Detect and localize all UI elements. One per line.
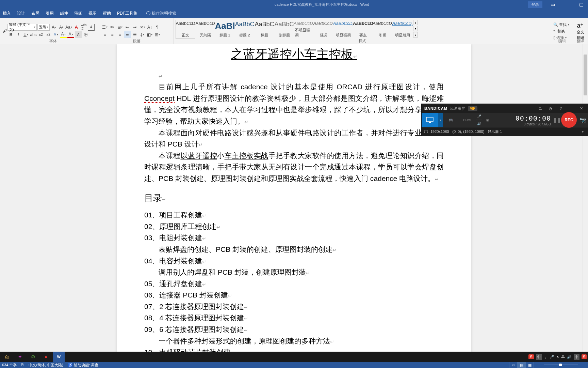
- multilevel-icon[interactable]: ⊟▾: [116, 24, 123, 31]
- expand-icon[interactable]: ▾: [580, 130, 585, 134]
- grow-font-icon[interactable]: A▴: [50, 24, 57, 31]
- shrink-font-icon[interactable]: A▾: [58, 24, 65, 31]
- tab-help[interactable]: 帮助: [103, 11, 111, 16]
- change-case-icon[interactable]: Aa▾: [65, 24, 72, 31]
- task-record[interactable]: ●: [40, 352, 52, 362]
- accessibility-status[interactable]: ♿ 辅助功能: 调查: [68, 363, 98, 368]
- login-button[interactable]: 登录: [528, 1, 542, 8]
- style-heading1[interactable]: AaBl标题 1: [215, 20, 235, 39]
- task-word[interactable]: W: [53, 352, 65, 362]
- timer-icon[interactable]: ◔: [547, 106, 554, 111]
- style-intense-quote[interactable]: AaBbCcD,明显引用: [393, 20, 412, 39]
- find-button[interactable]: 🔍查找▾: [553, 22, 571, 28]
- folder-icon[interactable]: 🗀: [537, 106, 544, 110]
- decrease-indent-icon[interactable]: ⇤: [124, 24, 131, 31]
- screen-mode-icon[interactable]: [422, 113, 438, 127]
- styles-expand[interactable]: ▴▾⊽: [413, 20, 418, 37]
- screen-mode-dropdown[interactable]: ▾: [438, 113, 443, 127]
- game-mode-icon[interactable]: 🎮: [443, 113, 459, 127]
- bandicam-window[interactable]: BANDICAM 班迪录屏 VIP 🗀 ◔ ? — ✕ ▾ 🎮 HDMI 🎤 🔊…: [421, 104, 588, 136]
- align-center-icon[interactable]: ≡: [109, 31, 116, 38]
- border-char-icon[interactable]: A: [88, 24, 95, 31]
- tell-me-search[interactable]: 操作说明搜索: [146, 11, 176, 16]
- word-count[interactable]: 634 个字: [2, 363, 17, 368]
- sort-icon[interactable]: A↓: [146, 24, 153, 31]
- document-canvas[interactable]: 之蓝牙遥控小车主控板↵ ↵ 目前网上几乎所有讲解 cadence 设计的基本是使…: [0, 44, 588, 362]
- zoom-slider[interactable]: [544, 365, 578, 365]
- record-button[interactable]: REC: [561, 112, 577, 128]
- tab-view[interactable]: 视图: [88, 11, 97, 16]
- show-marks-icon[interactable]: ¶: [154, 24, 161, 31]
- replace-button[interactable]: ᵃᵇ替换: [553, 28, 571, 34]
- subscript-button[interactable]: x2: [37, 31, 44, 38]
- language-status[interactable]: 中文(简体, 中国大陆): [29, 363, 63, 368]
- style-nospacing[interactable]: AaBbCcD无间隔: [195, 20, 215, 39]
- tab-layout[interactable]: 布局: [31, 11, 39, 16]
- style-emphasis[interactable]: AaBbCcD,强调: [314, 20, 333, 39]
- distribute-icon[interactable]: ☰: [131, 31, 138, 38]
- style-strong[interactable]: AaBbCcD要点: [353, 20, 373, 39]
- vertical-scrollbar[interactable]: [583, 44, 588, 352]
- font-size-combo[interactable]: 五号▾: [37, 24, 50, 31]
- bandicam-titlebar[interactable]: BANDICAM 班迪录屏 VIP 🗀 ◔ ? — ✕: [422, 104, 588, 113]
- print-layout-icon[interactable]: ▤: [517, 362, 525, 368]
- translate-group[interactable]: a⁺ 全文 翻译 翻译: [573, 18, 588, 44]
- tab-mail[interactable]: 邮件: [60, 11, 68, 16]
- enclose-char-icon[interactable]: ㊥: [82, 31, 89, 38]
- style-subtle-emphasis[interactable]: AaBbCcD,不明显强调: [294, 20, 314, 39]
- font-family-combo[interactable]: 等线 (中文正文)▾: [7, 24, 37, 31]
- device-mode-icon[interactable]: HDMI: [459, 113, 475, 127]
- text-effects-icon[interactable]: A▾: [52, 31, 59, 38]
- tray-volume-icon[interactable]: 🔊: [567, 355, 572, 359]
- pause-button[interactable]: ❚❚: [553, 117, 560, 123]
- style-intense-emphasis[interactable]: AaBbCcD,明显强调: [333, 20, 353, 39]
- align-right-icon[interactable]: ≡: [116, 31, 123, 38]
- style-quote[interactable]: AaBbCcD,引用: [373, 20, 393, 39]
- shading-icon[interactable]: ◧▾: [146, 31, 153, 38]
- tab-insert[interactable]: 插入: [3, 11, 11, 16]
- bullets-icon[interactable]: ☰▾: [101, 24, 108, 31]
- minimize-icon[interactable]: —: [560, 0, 574, 9]
- style-subtitle[interactable]: AaBbC副标题: [274, 20, 294, 39]
- close-icon[interactable]: ✕: [577, 106, 585, 111]
- tab-review[interactable]: 审阅: [74, 11, 82, 16]
- italic-button[interactable]: I: [15, 31, 22, 38]
- char-shading-icon[interactable]: A: [75, 31, 82, 38]
- task-explorer[interactable]: 🗂: [1, 352, 13, 362]
- style-title[interactable]: AaBbC标题: [255, 20, 274, 39]
- webcam-icon[interactable]: ◉: [482, 113, 493, 127]
- task-app2[interactable]: ⚙: [27, 352, 39, 362]
- increase-indent-icon[interactable]: ⇥: [131, 24, 138, 31]
- numbering-icon[interactable]: ≡▾: [109, 24, 116, 31]
- align-left-icon[interactable]: ≡: [101, 31, 108, 38]
- font-color-icon[interactable]: A▾: [67, 31, 74, 38]
- tab-references[interactable]: 引用: [46, 11, 54, 16]
- screenshot-button[interactable]: 📷: [578, 113, 588, 127]
- ime-brand-icon[interactable]: S: [528, 354, 534, 359]
- ime-lang-icon[interactable]: 中: [536, 354, 542, 360]
- superscript-button[interactable]: x2: [45, 31, 52, 38]
- zoom-out-icon[interactable]: −: [534, 362, 542, 368]
- audio-icon[interactable]: 🔊: [476, 120, 482, 127]
- zoom-in-icon[interactable]: +: [580, 362, 588, 368]
- mic-icon[interactable]: 🎤: [476, 113, 482, 120]
- style-heading2[interactable]: AaBbC标题 2: [235, 20, 255, 39]
- bold-button[interactable]: B: [7, 31, 14, 38]
- phonetic-icon[interactable]: wén文: [80, 24, 87, 31]
- tab-design[interactable]: 设计: [17, 11, 25, 16]
- highlight-icon[interactable]: A▾: [60, 31, 67, 38]
- tray-mic-icon[interactable]: 🎤: [550, 355, 554, 359]
- justify-icon[interactable]: ≣: [124, 31, 131, 38]
- ime-lang2-icon[interactable]: 中: [574, 354, 579, 360]
- underline-button[interactable]: U▾: [22, 31, 29, 38]
- task-app1[interactable]: ✦: [14, 352, 26, 362]
- borders-icon[interactable]: ⊞▾: [154, 31, 161, 38]
- maximize-icon[interactable]: ▢: [574, 0, 588, 9]
- style-normal[interactable]: AaBbCcD正文: [176, 20, 195, 39]
- ribbon-display-icon[interactable]: ▭: [546, 0, 559, 9]
- text-direction-icon[interactable]: ✕▾: [139, 24, 146, 31]
- tray-chevron-icon[interactable]: ∧: [556, 355, 559, 359]
- web-layout-icon[interactable]: ▦: [525, 362, 534, 368]
- line-spacing-icon[interactable]: ‡▾: [139, 31, 146, 38]
- clear-format-icon[interactable]: A̶: [73, 24, 80, 31]
